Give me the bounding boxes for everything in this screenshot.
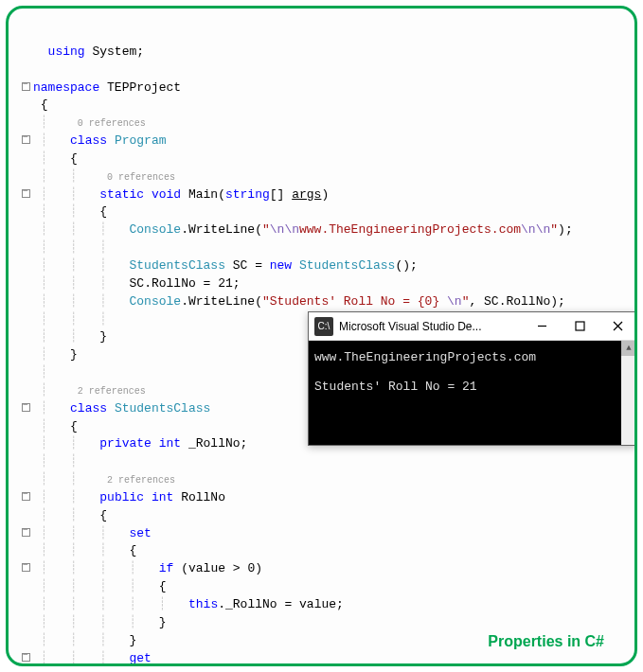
svg-rect-1 xyxy=(576,322,584,330)
window-title: Microsoft Visual Studio De... xyxy=(339,320,523,333)
keyword-using: using xyxy=(48,44,85,59)
caption-label: Properties in C# xyxy=(488,633,604,650)
fold-icon[interactable] xyxy=(22,135,30,144)
codelens-ref[interactable]: 0 references xyxy=(78,118,146,129)
scroll-up-icon[interactable]: ▲ xyxy=(621,341,636,356)
minimize-button[interactable] xyxy=(523,312,561,341)
console-line: Students' Roll No = 21 xyxy=(314,380,629,394)
code-frame: using System; namespace TEPProject { ┊ 0… xyxy=(6,6,637,666)
codelens-ref[interactable]: 2 references xyxy=(78,386,146,397)
fold-icon[interactable] xyxy=(22,563,30,572)
codelens-ref[interactable]: 0 references xyxy=(107,172,175,183)
console-line: www.TheEngineeringProjects.com xyxy=(314,350,629,364)
fold-icon[interactable] xyxy=(22,403,30,412)
fold-icon[interactable] xyxy=(22,653,30,662)
fold-icon[interactable] xyxy=(22,82,30,91)
keyword-namespace: namespace xyxy=(33,80,99,95)
close-button[interactable] xyxy=(598,312,636,341)
fold-icon[interactable] xyxy=(22,492,30,501)
app-icon: C:\ xyxy=(314,317,333,336)
console-window: C:\ Microsoft Visual Studio De... ▲ www.… xyxy=(308,311,637,446)
maximize-button[interactable] xyxy=(561,312,598,341)
fold-icon[interactable] xyxy=(22,189,30,198)
titlebar[interactable]: C:\ Microsoft Visual Studio De... xyxy=(309,312,636,341)
console-output: ▲ www.TheEngineeringProjects.com Student… xyxy=(309,341,636,445)
codelens-ref[interactable]: 2 references xyxy=(107,475,175,486)
scrollbar-track[interactable]: ▲ xyxy=(621,341,636,445)
fold-icon[interactable] xyxy=(22,528,30,537)
